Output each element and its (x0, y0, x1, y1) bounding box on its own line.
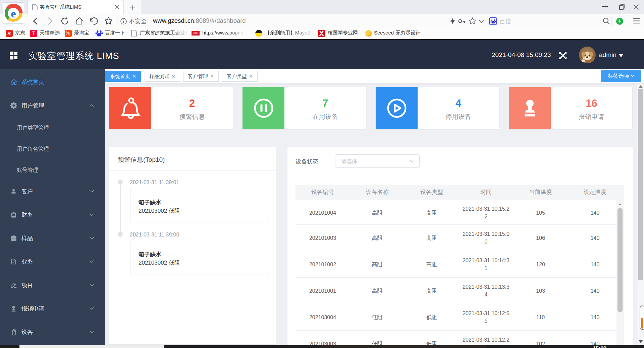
svg-text:e: e (11, 7, 16, 20)
